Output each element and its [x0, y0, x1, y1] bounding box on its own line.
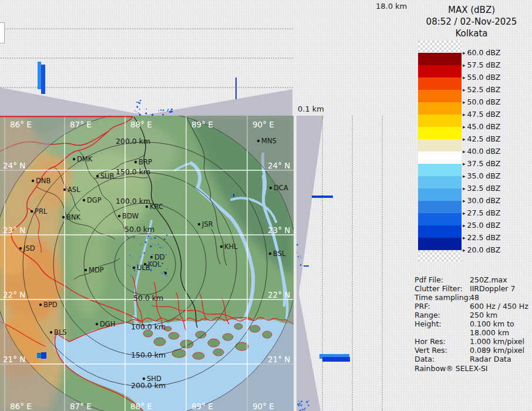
scale-color-block	[418, 127, 462, 139]
radar-echo-speckle	[301, 405, 302, 406]
scale-color-block	[418, 164, 462, 176]
radar-echo-speckle	[134, 110, 135, 111]
scale-block-transparent	[418, 250, 462, 262]
city-marker	[83, 199, 85, 201]
scale-color-block	[418, 151, 462, 164]
metadata-row: Vert Res:0.089 km/pixel	[415, 346, 532, 355]
radar-echo-speckle	[166, 275, 167, 277]
city-marker	[270, 187, 272, 189]
radar-echo-speckle	[159, 110, 160, 112]
city-marker	[39, 304, 42, 306]
scale-color-block	[418, 90, 462, 102]
tick-arrow-icon: ▸	[463, 112, 466, 117]
radar-echo-speckle	[136, 112, 137, 112]
scale-color-block	[418, 102, 462, 114]
range-ring-label: 50.0 km	[124, 225, 154, 234]
radar-echo-speckle	[304, 409, 305, 410]
city-marker	[134, 161, 137, 163]
latitude-label-left: 22° N	[3, 290, 25, 299]
range-ring-label: 150.0 km	[116, 167, 150, 176]
dbz-color-scale: ▸60.0 dBZ▸57.5 dBZ▸55.0 dBZ▸52.5 dBZ▸50.…	[411, 0, 532, 270]
radar-echo-speckle	[298, 256, 299, 257]
tick-arrow-icon: ▸	[463, 75, 466, 80]
radar-echo-speckle	[130, 275, 132, 276]
height-max-label: 18.0 km	[376, 2, 407, 11]
city-marker	[118, 215, 120, 217]
city-marker	[146, 206, 148, 208]
longitude-label-top: 88° E	[130, 120, 152, 129]
radar-echo-speckle	[129, 255, 130, 256]
range-ring-label: 100.0 km	[131, 322, 166, 331]
radar-echo-speckle	[140, 244, 141, 244]
radar-echo-speckle	[138, 102, 139, 103]
radar-echo-speckle	[168, 109, 169, 110]
latitude-label-left: 24° N	[3, 161, 25, 170]
metadata-row: Pdf File:250Z.max	[415, 275, 532, 284]
radar-echo-speckle	[150, 238, 151, 240]
metadata-row: Height:0.100 km to	[415, 319, 532, 328]
scale-color-block	[418, 238, 462, 250]
radar-echo-speckle	[297, 252, 297, 254]
city-label: JSD	[23, 244, 35, 252]
radar-echo-speckle	[160, 109, 161, 110]
radar-echo-speckle	[142, 244, 142, 244]
legend-panel: MAX (dBZ) 08:52 / 02-Nov-2025 Kolkata ▸6…	[411, 0, 532, 411]
tick-arrow-icon: ▸	[463, 198, 466, 204]
radar-echo	[41, 65, 45, 94]
radar-echo-speckle	[301, 401, 302, 402]
scale-tick-label: ▸27.5 dBZ	[463, 208, 500, 218]
radar-echo	[233, 194, 234, 197]
radar-echo-speckle	[139, 114, 140, 115]
city-marker	[96, 323, 98, 325]
radar-echo-speckle	[164, 271, 165, 272]
city-marker	[50, 331, 52, 333]
metadata-row: Range:250 km	[415, 311, 532, 319]
radar-echo-speckle	[171, 109, 172, 110]
radar-echo	[304, 265, 309, 267]
radar-echo-speckle	[150, 269, 152, 271]
radar-echo	[38, 62, 41, 89]
latitude-label-left: 21° N	[3, 355, 25, 364]
scale-color-block	[418, 114, 462, 127]
radar-echo-speckle	[299, 403, 301, 404]
range-ring-label: 100.0 km	[116, 197, 150, 206]
metadata-row: PRF:600 Hz / 450 Hz	[415, 302, 532, 311]
latitude-label-right: 24° N	[268, 161, 290, 170]
radar-echo-speckle	[132, 250, 132, 250]
scale-tick-label: ▸52.5 dBZ	[463, 85, 500, 95]
scale-color-block	[418, 53, 462, 65]
city-marker	[62, 216, 65, 218]
longitude-label-bottom: 88° E	[130, 402, 152, 411]
tick-arrow-icon: ▸	[463, 124, 466, 130]
scale-color-block	[418, 176, 462, 188]
radar-echo-speckle	[139, 109, 140, 110]
radar-echo-speckle	[301, 406, 302, 407]
tick-arrow-icon: ▸	[463, 87, 466, 93]
radar-echo-speckle	[298, 405, 299, 406]
radar-echo-speckle	[152, 262, 153, 263]
radar-echo-speckle	[136, 102, 137, 103]
longitude-label-top: 90° E	[252, 120, 274, 129]
radar-echo-speckle	[300, 264, 301, 265]
scale-color-block	[418, 78, 462, 90]
range-ring-label: 200.0 km	[116, 137, 150, 146]
radar-echo-speckle	[138, 113, 139, 114]
radar-echo	[322, 357, 350, 362]
radar-echo-speckle	[146, 113, 147, 114]
radar-echo-speckle	[167, 110, 169, 112]
city-label: KRC	[150, 203, 163, 211]
scale-color-block	[418, 139, 462, 151]
radar-echo-speckle	[132, 257, 133, 258]
metadata-row: Hor Res:1.000 km/pixel	[415, 337, 532, 346]
scale-tick-label: ▸42.5 dBZ	[463, 134, 500, 144]
longitude-label-top: 86° E	[10, 120, 32, 129]
radar-echo-speckle	[137, 264, 138, 265]
radar-echo-speckle	[133, 237, 134, 238]
city-marker	[257, 140, 260, 142]
tick-arrow-icon: ▸	[463, 247, 466, 253]
scale-block-transparent	[418, 41, 462, 53]
radar-echo-speckle	[134, 269, 135, 271]
scale-tick-label: ▸60.0 dBZ	[463, 48, 500, 58]
radar-echo	[235, 78, 237, 99]
scale-tick-label: ▸35.0 dBZ	[463, 171, 500, 181]
